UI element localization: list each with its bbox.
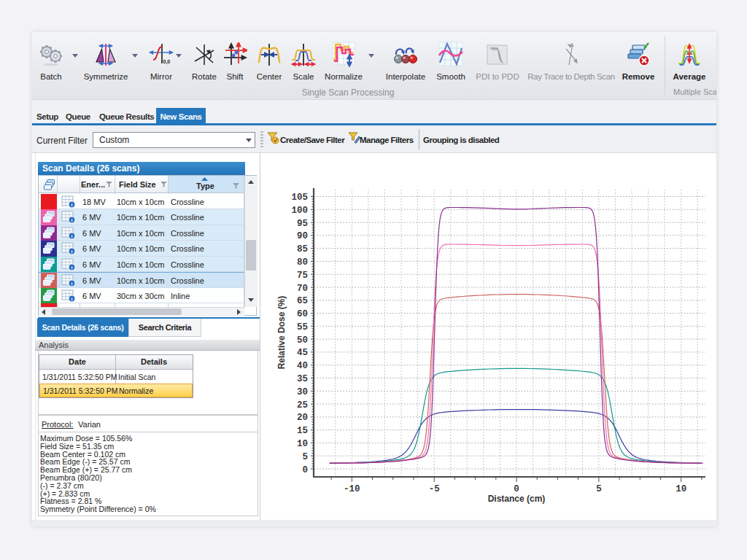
svg-text:105: 105: [291, 192, 308, 203]
svg-text:90: 90: [297, 231, 308, 241]
svg-text:Relative Dose (%): Relative Dose (%): [276, 296, 287, 370]
svg-text:0: 0: [514, 484, 519, 494]
svg-text:5: 5: [596, 484, 602, 494]
svg-text:40: 40: [297, 361, 308, 371]
svg-text:i: i: [71, 217, 73, 223]
svg-text:25: 25: [297, 400, 308, 411]
svg-text:-5: -5: [429, 484, 440, 494]
svg-text:0,0: 0,0: [163, 59, 171, 65]
svg-text:30: 30: [297, 387, 308, 397]
svg-text:70: 70: [297, 284, 308, 294]
svg-text:85: 85: [297, 244, 308, 254]
svg-text:i: i: [71, 249, 73, 254]
svg-text:i: i: [71, 265, 73, 271]
svg-text:Distance (cm): Distance (cm): [488, 494, 546, 504]
svg-text:15: 15: [297, 426, 308, 436]
svg-text:55: 55: [297, 322, 308, 332]
svg-text:i: i: [71, 296, 73, 302]
svg-text:75: 75: [297, 271, 308, 281]
svg-text:-10: -10: [344, 484, 360, 494]
svg-text:100: 100: [291, 206, 308, 216]
svg-text:45: 45: [297, 348, 308, 358]
svg-text:10: 10: [297, 439, 308, 449]
svg-text:35: 35: [297, 374, 308, 384]
svg-text:50: 50: [297, 335, 308, 346]
svg-text:10: 10: [676, 484, 686, 494]
svg-text:20: 20: [297, 413, 308, 423]
svg-text:0: 0: [302, 465, 308, 475]
svg-text:65: 65: [297, 296, 308, 306]
svg-text:5: 5: [302, 452, 308, 462]
svg-text:95: 95: [297, 219, 308, 229]
svg-text:60: 60: [297, 309, 308, 319]
svg-text:i: i: [71, 281, 73, 287]
svg-text:80: 80: [297, 257, 308, 268]
svg-text:i: i: [71, 202, 73, 208]
svg-text:i: i: [71, 233, 73, 239]
